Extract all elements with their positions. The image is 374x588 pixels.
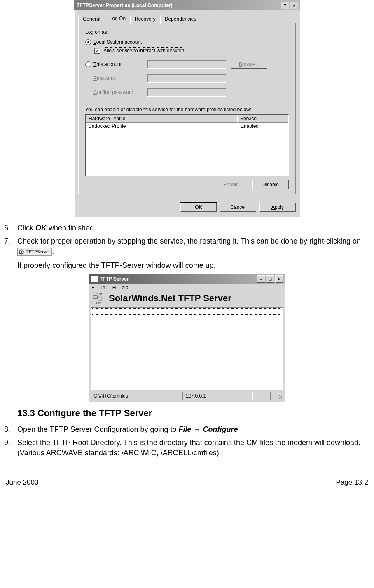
enable-button[interactable]: Enable (213, 180, 249, 189)
page-footer: June 2003 Page 13-2 (4, 478, 370, 487)
tftpserver-service-label: TFTPServer (26, 248, 50, 255)
menu-bar: File Help (89, 284, 285, 291)
dialog-title: TFTPServer Properties (Local Computer) (77, 2, 280, 8)
lv-row[interactable]: Undocked Profile Enabled (86, 123, 288, 129)
step-6-a: Click (17, 224, 35, 232)
step-6-number: 6. (4, 223, 17, 233)
step-8-number: 8. (4, 424, 17, 434)
footer-date: June 2003 (6, 478, 38, 487)
lv-header-service[interactable]: Service (237, 115, 288, 123)
banner-text: SolarWinds.Net TFTP Server (109, 293, 231, 304)
close-button-2[interactable]: × (275, 275, 283, 283)
status-bar: C:\ARCi\cmfiles 127.0.0.1 (91, 392, 283, 400)
step-7-c: If properly configured the TFTP-Server w… (17, 260, 370, 270)
log-area[interactable] (91, 307, 283, 390)
checkbox-allow-interact[interactable]: ✓ (94, 48, 100, 54)
ok-button[interactable]: OK (180, 203, 217, 212)
step-9-text: Select the TFTP Root Directory. This is … (17, 438, 370, 458)
cancel-button[interactable]: Cancel (220, 203, 256, 212)
maximize-button[interactable]: □ (266, 275, 274, 283)
lv-cell-profile: Undocked Profile (88, 123, 238, 129)
tab-dependencies[interactable]: Dependencies (160, 15, 201, 24)
tab-panel-log-on: Log on as: Local System account ✓ Allow … (78, 23, 296, 194)
radio-local-system-label: Local System account (94, 39, 142, 45)
footer-page: Page 13-2 (336, 478, 368, 487)
svg-point-1 (21, 251, 22, 253)
properties-dialog: TFTPServer Properties (Local Computer) ?… (74, 0, 300, 217)
tftp-server-window: TFTP Server – □ × File Help TFTP SVR Sol… (89, 274, 285, 402)
password-input[interactable] (147, 74, 226, 83)
step-8-b: File → Configure (179, 425, 238, 433)
hw-profiles-list[interactable]: Hardware Profile Service Undocked Profil… (85, 114, 289, 176)
checkbox-allow-interact-label: Allow service to interact with desktop (103, 47, 185, 54)
password-label: Password: (94, 75, 147, 81)
dialog-titlebar: TFTPServer Properties (Local Computer) ?… (74, 0, 300, 10)
tftp-titlebar: TFTP Server – □ × (89, 274, 285, 284)
lv-header-profile[interactable]: Hardware Profile (86, 115, 237, 123)
resize-grip-icon[interactable] (270, 392, 283, 400)
gear-icon (19, 249, 24, 255)
logo-line-2: SVR (91, 301, 105, 305)
tab-log-on[interactable]: Log On (105, 14, 130, 23)
radio-local-system[interactable] (85, 39, 91, 45)
app-icon (91, 276, 98, 282)
close-button[interactable]: × (290, 2, 298, 9)
browse-button[interactable]: Browse... (231, 60, 267, 69)
step-8-text: Open the TFTP Server Configuration by go… (17, 424, 370, 434)
radio-this-account[interactable] (85, 61, 91, 67)
radio-this-account-label: This account: (94, 61, 147, 67)
svg-line-9 (23, 250, 23, 250)
menu-help[interactable]: Help (112, 285, 129, 290)
step-6-text: Click OK when finished (17, 223, 370, 233)
step-7-b: . (52, 247, 54, 255)
svg-line-6 (19, 250, 20, 250)
step-7-a: Check for proper operation by stopping t… (17, 237, 361, 245)
step-6-c: when finished (47, 224, 94, 232)
step-8-a: Open the TFTP Server Configuration by go… (17, 425, 179, 433)
section-heading: 13.3 Configure the TFTP Server (17, 408, 370, 419)
lv-cell-service: Enabled (238, 123, 286, 129)
logo-graphic-icon (91, 295, 104, 301)
hw-profiles-label: You can enable or disable this service f… (85, 107, 289, 112)
disable-button[interactable]: Disable (252, 180, 289, 189)
this-account-input[interactable] (147, 60, 226, 69)
confirm-password-label: Confirm password: (94, 89, 147, 95)
tftpserver-service-icon: TFTPServer (17, 248, 52, 256)
tab-recovery[interactable]: Recovery (130, 15, 160, 24)
tab-strip: General Log On Recovery Dependencies (78, 14, 296, 23)
logo-line-1: TFTP (91, 292, 105, 295)
confirm-password-input[interactable] (147, 88, 226, 97)
step-9-number: 9. (4, 438, 17, 458)
svg-line-8 (19, 253, 20, 253)
banner: TFTP SVR SolarWinds.Net TFTP Server (89, 291, 285, 307)
minimize-button[interactable]: – (257, 275, 265, 283)
help-button[interactable]: ? (281, 2, 289, 9)
status-ip: 127.0.0.1 (182, 392, 253, 400)
svg-rect-10 (94, 296, 97, 299)
log-on-as-label: Log on as: (85, 29, 289, 35)
selected-log-row (92, 308, 282, 315)
tftp-title: TFTP Server (100, 276, 256, 282)
status-path: C:\ARCi\cmfiles (91, 392, 182, 400)
step-7-text: Check for proper operation by stopping t… (17, 236, 370, 270)
apply-button[interactable]: Apply (259, 203, 296, 212)
tab-general[interactable]: General (78, 15, 105, 24)
svg-rect-11 (98, 297, 102, 300)
menu-file[interactable]: File (91, 285, 105, 290)
tftp-logo-icon: TFTP SVR (91, 292, 105, 305)
step-6-b: OK (35, 224, 47, 232)
svg-line-7 (23, 253, 23, 253)
status-empty (253, 392, 270, 400)
step-7-number: 7. (4, 236, 17, 270)
